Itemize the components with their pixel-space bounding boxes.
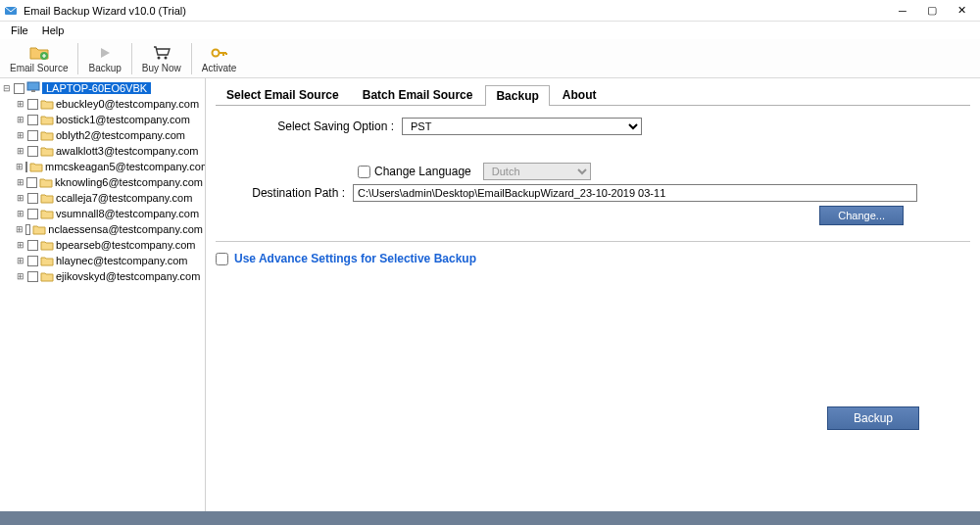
toolbar-activate[interactable]: Activate — [194, 40, 245, 77]
toolbar-buy-now-label: Buy Now — [142, 63, 181, 73]
folder-icon — [40, 98, 54, 110]
folder-icon — [40, 192, 54, 204]
folder-plus-icon — [29, 44, 49, 62]
expand-icon[interactable]: ⊞ — [16, 162, 24, 171]
tree-item[interactable]: ⊞ejikovskyd@testcompany.com — [2, 268, 203, 284]
tree-item-label: bostick1@testcompany.com — [56, 112, 190, 127]
advance-settings-row: Use Advance Settings for Selective Backu… — [216, 252, 970, 265]
saving-option-select[interactable]: PST — [402, 118, 642, 135]
tabs: Select Email Source Batch Email Source B… — [216, 84, 970, 106]
tab-backup[interactable]: Backup — [485, 85, 549, 106]
expand-icon[interactable]: ⊞ — [16, 271, 25, 281]
toolbar-separator — [191, 43, 192, 74]
tree-item-label: ebuckley0@testcompany.com — [56, 96, 199, 112]
checkbox[interactable] — [27, 240, 38, 251]
svg-point-3 — [164, 56, 167, 59]
advance-settings-link[interactable]: Use Advance Settings for Selective Backu… — [234, 252, 476, 265]
tree-item-label: kknowling6@testcompany.com — [55, 174, 203, 190]
expand-icon[interactable]: ⊞ — [16, 177, 24, 187]
checkbox[interactable] — [25, 162, 27, 172]
titlebar: Email Backup Wizard v10.0 (Trial) ─ ▢ ✕ — [0, 0, 980, 22]
tree-item[interactable]: ⊞bostick1@testcompany.com — [2, 112, 203, 127]
checkbox[interactable] — [25, 224, 30, 235]
toolbar-backup[interactable]: Backup — [80, 40, 128, 77]
expand-icon[interactable]: ⊞ — [16, 115, 25, 124]
minimize-button[interactable]: ─ — [888, 1, 917, 21]
svg-point-2 — [157, 56, 160, 59]
toolbar-email-source-label: Email Source — [10, 63, 68, 73]
menu-file[interactable]: File — [4, 24, 35, 36]
checkbox[interactable] — [27, 193, 38, 204]
tree-item[interactable]: ⊞kknowling6@testcompany.com — [2, 174, 203, 190]
toolbar-separator — [77, 43, 78, 74]
tab-batch-source[interactable]: Batch Email Source — [352, 84, 484, 105]
checkbox[interactable] — [26, 177, 37, 188]
checkbox[interactable] — [27, 130, 38, 141]
folder-icon — [32, 223, 46, 235]
collapse-icon[interactable]: ⊟ — [2, 83, 12, 93]
tree-item-label: oblyth2@testcompany.com — [56, 127, 185, 143]
window-title: Email Backup Wizard v10.0 (Trial) — [24, 5, 186, 17]
change-language-checkbox[interactable] — [358, 166, 370, 178]
expand-icon[interactable]: ⊞ — [16, 256, 25, 265]
tree-item[interactable]: ⊞hlaynec@testcompany.com — [2, 253, 203, 268]
tree-root[interactable]: ⊟ LAPTOP-60EO6VBK — [2, 80, 203, 96]
expand-icon[interactable]: ⊞ — [16, 130, 25, 140]
tab-select-source[interactable]: Select Email Source — [216, 84, 350, 105]
folder-icon — [40, 145, 54, 157]
tab-about[interactable]: About — [552, 84, 608, 105]
checkbox[interactable] — [27, 209, 38, 219]
tree-item[interactable]: ⊞awalklott3@testcompany.com — [2, 143, 203, 159]
advance-settings-checkbox[interactable] — [216, 253, 228, 265]
checkbox[interactable] — [27, 271, 38, 282]
folder-icon — [40, 129, 54, 141]
tree-item[interactable]: ⊞vsumnall8@testcompany.com — [2, 206, 203, 221]
change-language-label: Change Language — [374, 165, 483, 178]
tree-item-label: mmcskeagan5@testcompany.com — [45, 159, 206, 174]
statusbar — [0, 511, 980, 525]
expand-icon[interactable]: ⊞ — [16, 209, 25, 218]
expand-icon[interactable]: ⊞ — [16, 146, 25, 156]
tree-item[interactable]: ⊞ebuckley0@testcompany.com — [2, 96, 203, 112]
key-icon — [211, 44, 228, 62]
checkbox[interactable] — [27, 115, 38, 125]
close-button[interactable]: ✕ — [947, 1, 976, 21]
toolbar-backup-label: Backup — [88, 63, 121, 73]
tree-item[interactable]: ⊞ccalleja7@testcompany.com — [2, 190, 203, 206]
folder-icon — [40, 270, 54, 282]
tree-item[interactable]: ⊞oblyth2@testcompany.com — [2, 127, 203, 143]
tree-item[interactable]: ⊞bpearseb@testcompany.com — [2, 237, 203, 253]
tree-item[interactable]: ⊞mmcskeagan5@testcompany.com — [2, 159, 203, 174]
tree-item-label: awalklott3@testcompany.com — [56, 143, 198, 159]
language-select[interactable]: Dutch — [483, 163, 591, 180]
tree-item-label: bpearseb@testcompany.com — [56, 237, 195, 253]
toolbar: Email Source Backup Buy Now Activate — [0, 39, 980, 78]
toolbar-email-source[interactable]: Email Source — [2, 40, 75, 77]
expand-icon[interactable]: ⊞ — [16, 224, 24, 234]
checkbox[interactable] — [27, 99, 38, 110]
toolbar-buy-now[interactable]: Buy Now — [134, 40, 189, 77]
tree-item[interactable]: ⊞nclaessensa@testcompany.com — [2, 221, 203, 237]
svg-rect-6 — [31, 90, 35, 92]
backup-button[interactable]: Backup — [827, 406, 919, 430]
cart-icon — [153, 44, 171, 62]
destination-input[interactable] — [353, 184, 917, 202]
expand-icon[interactable]: ⊞ — [16, 193, 25, 203]
folder-icon — [40, 114, 54, 125]
app-icon — [4, 4, 18, 18]
mailbox-tree[interactable]: ⊟ LAPTOP-60EO6VBK ⊞ebuckley0@testcompany… — [0, 78, 206, 511]
checkbox[interactable] — [27, 146, 38, 157]
change-button[interactable]: Change... — [819, 206, 904, 225]
maximize-button[interactable]: ▢ — [917, 1, 947, 21]
checkbox[interactable] — [27, 256, 38, 266]
checkbox[interactable] — [14, 83, 24, 94]
expand-icon[interactable]: ⊞ — [16, 240, 25, 250]
folder-icon — [40, 239, 54, 251]
menu-help[interactable]: Help — [35, 24, 72, 36]
destination-label: Destination Path : — [216, 186, 353, 200]
folder-icon — [29, 161, 43, 172]
folder-icon — [40, 255, 54, 266]
expand-icon[interactable]: ⊞ — [16, 99, 25, 109]
tree-item-label: nclaessensa@testcompany.com — [48, 221, 203, 237]
tree-item-label: ejikovskyd@testcompany.com — [56, 268, 200, 284]
